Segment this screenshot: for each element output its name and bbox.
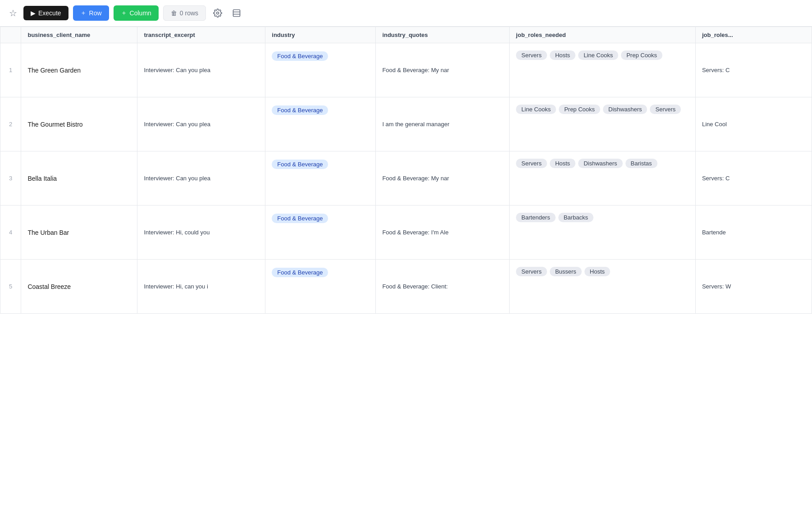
cell-job-roles: ServersHostsDishwashersBaristas <box>510 151 696 206</box>
job-role-tag: Line Cooks <box>516 105 556 114</box>
job-role-tag: Dishwashers <box>578 159 622 168</box>
svg-rect-1 <box>233 10 240 17</box>
star-button[interactable]: ☆ <box>7 6 19 20</box>
industry-tag: Food & Beverage <box>272 51 328 61</box>
cell-job-roles: Line CooksPrep CooksDishwashersServers <box>510 97 696 151</box>
industry-tag: Food & Beverage <box>272 105 328 115</box>
business-name-text: The Green Garden <box>27 67 81 74</box>
cell-job-roles-truncated: Servers: W <box>695 260 812 314</box>
col-header-business[interactable]: business_client_name <box>21 27 137 43</box>
job-role-tag: Servers <box>516 159 547 168</box>
settings-button[interactable] <box>210 7 225 19</box>
cell-business-name: Coastal Breeze <box>21 260 137 314</box>
data-table: business_client_name transcript_excerpt … <box>0 27 812 314</box>
business-name-text: Coastal Breeze <box>27 283 71 290</box>
cell-transcript: Interviewer: Hi, could you <box>137 206 265 260</box>
job-role-tag: Bussers <box>550 267 582 276</box>
job-role-tag: Baristas <box>625 159 657 168</box>
cell-job-roles-truncated: Servers: C <box>695 43 812 97</box>
job-role-tag: Bartenders <box>516 213 556 222</box>
job-role-tag: Hosts <box>550 50 575 60</box>
job-role-tag: Hosts <box>550 159 575 168</box>
job-roles-tags: ServersBussersHosts <box>516 267 689 276</box>
col-header-industry[interactable]: industry <box>265 27 376 43</box>
industry-tag: Food & Beverage <box>272 160 328 169</box>
col-header-job-roles-last[interactable]: job_roles... <box>695 27 812 43</box>
business-name-text: Bella Italia <box>27 175 57 182</box>
row-number: 3 <box>0 151 21 206</box>
execute-button[interactable]: ▶ Execute <box>23 6 68 20</box>
table-row: 5Coastal BreezeInterviewer: Hi, can you … <box>0 260 812 314</box>
delete-rows-button[interactable]: 🗑 0 rows <box>163 5 206 21</box>
cell-industry: Food & Beverage <box>265 260 376 314</box>
cell-business-name: The Gourmet Bistro <box>21 97 137 151</box>
cell-transcript: Interviewer: Hi, can you i <box>137 260 265 314</box>
table-row: 1The Green GardenInterviewer: Can you pl… <box>0 43 812 97</box>
cell-transcript: Interviewer: Can you plea <box>137 151 265 206</box>
layout-button[interactable] <box>229 7 244 19</box>
row-number: 4 <box>0 206 21 260</box>
cell-industry: Food & Beverage <box>265 97 376 151</box>
cell-job-roles: BartendersBarbacks <box>510 206 696 260</box>
col-header-rownum <box>0 27 21 43</box>
job-roles-tags: Line CooksPrep CooksDishwashersServers <box>516 105 689 114</box>
row-number: 2 <box>0 97 21 151</box>
cell-industry-quotes: I am the general manager <box>376 97 510 151</box>
row-number: 1 <box>0 43 21 97</box>
job-role-tag: Servers <box>516 50 547 60</box>
plus-row-icon: ＋ <box>80 9 87 17</box>
job-roles-tags: ServersHostsDishwashersBaristas <box>516 159 689 168</box>
data-table-wrapper: business_client_name transcript_excerpt … <box>0 27 812 314</box>
job-role-tag: Hosts <box>584 267 610 276</box>
trash-icon: 🗑 <box>171 9 177 17</box>
cell-job-roles: ServersHostsLine CooksPrep Cooks <box>510 43 696 97</box>
table-header-row: business_client_name transcript_excerpt … <box>0 27 812 43</box>
add-row-button[interactable]: ＋ Row <box>73 5 109 21</box>
column-label: Column <box>130 9 151 17</box>
cell-job-roles-truncated: Line Cool <box>695 97 812 151</box>
job-role-tag: Prep Cooks <box>621 50 662 60</box>
cell-industry-quotes: Food & Beverage: Client: <box>376 260 510 314</box>
table-row: 2The Gourmet BistroInterviewer: Can you … <box>0 97 812 151</box>
plus-col-icon: ＋ <box>121 9 127 17</box>
col-header-job-roles[interactable]: job_roles_needed <box>510 27 696 43</box>
add-column-button[interactable]: ＋ Column <box>114 5 159 21</box>
cell-transcript: Interviewer: Can you plea <box>137 97 265 151</box>
col-header-industry-quotes[interactable]: industry_quotes <box>376 27 510 43</box>
toolbar: ☆ ▶ Execute ＋ Row ＋ Column 🗑 0 rows <box>0 0 812 27</box>
industry-tag: Food & Beverage <box>272 268 328 277</box>
job-role-tag: Barbacks <box>558 213 593 222</box>
job-roles-tags: ServersHostsLine CooksPrep Cooks <box>516 50 689 60</box>
cell-business-name: The Urban Bar <box>21 206 137 260</box>
cell-industry-quotes: Food & Beverage: My nar <box>376 43 510 97</box>
cell-business-name: Bella Italia <box>21 151 137 206</box>
cell-business-name: The Green Garden <box>21 43 137 97</box>
cell-transcript: Interviewer: Can you plea <box>137 43 265 97</box>
play-icon: ▶ <box>31 9 36 17</box>
cell-industry-quotes: Food & Beverage: I'm Ale <box>376 206 510 260</box>
job-role-tag: Line Cooks <box>578 50 618 60</box>
industry-tag: Food & Beverage <box>272 214 328 223</box>
rows-label: 0 rows <box>180 9 198 17</box>
cell-job-roles: ServersBussersHosts <box>510 260 696 314</box>
cell-industry: Food & Beverage <box>265 43 376 97</box>
job-role-tag: Dishwashers <box>603 105 647 114</box>
cell-job-roles-truncated: Bartende <box>695 206 812 260</box>
row-label: Row <box>89 9 102 17</box>
job-role-tag: Prep Cooks <box>559 105 600 114</box>
job-roles-tags: BartendersBarbacks <box>516 213 689 222</box>
table-row: 4The Urban BarInterviewer: Hi, could you… <box>0 206 812 260</box>
business-name-text: The Urban Bar <box>27 229 69 236</box>
cell-job-roles-truncated: Servers: C <box>695 151 812 206</box>
business-name-text: The Gourmet Bistro <box>27 121 82 128</box>
cell-industry-quotes: Food & Beverage: My nar <box>376 151 510 206</box>
job-role-tag: Servers <box>650 105 681 114</box>
row-number: 5 <box>0 260 21 314</box>
col-header-transcript[interactable]: transcript_excerpt <box>137 27 265 43</box>
job-role-tag: Servers <box>516 267 547 276</box>
cell-industry: Food & Beverage <box>265 151 376 206</box>
svg-point-0 <box>217 12 219 14</box>
execute-label: Execute <box>38 9 61 17</box>
table-row: 3Bella ItaliaInterviewer: Can you pleaFo… <box>0 151 812 206</box>
cell-industry: Food & Beverage <box>265 206 376 260</box>
